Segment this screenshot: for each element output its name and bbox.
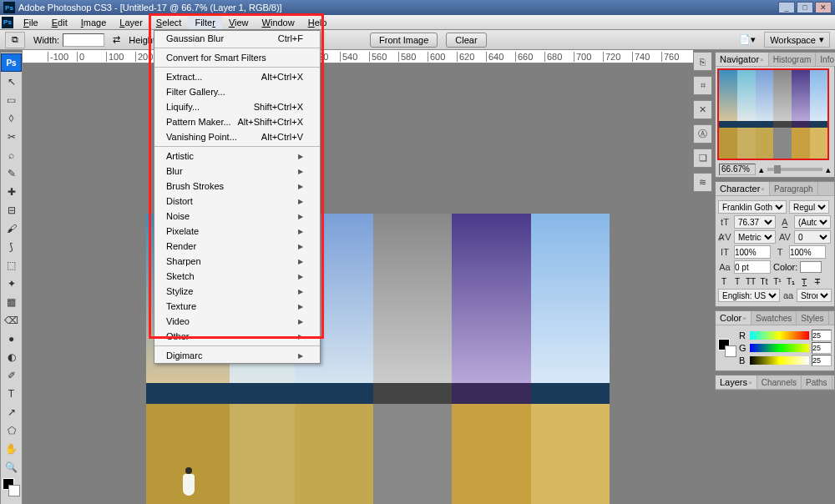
tool-1[interactable]: ▭ bbox=[1, 91, 22, 109]
zoom-in-icon[interactable]: ▴ bbox=[826, 164, 831, 175]
filter-blur[interactable]: Blur▶ bbox=[154, 164, 320, 179]
allcaps-button[interactable]: TT bbox=[745, 275, 757, 287]
dock-icon-2[interactable]: ✕ bbox=[693, 100, 712, 119]
strike-button[interactable]: T̶ bbox=[812, 275, 823, 287]
menu-window[interactable]: Window bbox=[256, 16, 301, 29]
tool-16[interactable]: ✐ bbox=[1, 366, 22, 385]
superscript-button[interactable]: T¹ bbox=[772, 275, 783, 287]
tool-11[interactable]: ✦ bbox=[1, 275, 22, 293]
tab-channels[interactable]: Channels bbox=[757, 375, 802, 389]
italic-button[interactable]: T bbox=[731, 275, 743, 287]
tool-13[interactable]: ⌫ bbox=[1, 311, 22, 330]
width-input[interactable] bbox=[63, 33, 104, 47]
color-swatches[interactable] bbox=[718, 339, 736, 357]
filter-vanishing-point-[interactable]: Vanishing Point...Alt+Ctrl+V bbox=[154, 129, 320, 144]
tool-3[interactable]: ✂ bbox=[1, 128, 22, 146]
tool-5[interactable]: ✎ bbox=[1, 164, 22, 183]
zoom-out-icon[interactable]: ▴ bbox=[759, 164, 764, 175]
filter-artistic[interactable]: Artistic▶ bbox=[154, 149, 320, 164]
tool-12[interactable]: ▦ bbox=[1, 293, 22, 311]
crop-tool-icon[interactable]: ⧉ bbox=[5, 32, 25, 48]
leading-input[interactable]: (Auto) bbox=[794, 215, 831, 229]
doc-icon[interactable]: Ps bbox=[2, 17, 13, 28]
tracking-input[interactable]: 0 bbox=[794, 230, 831, 244]
workspace-switcher[interactable]: Workspace ▾ bbox=[764, 32, 830, 48]
filter-filter-gallery-[interactable]: Filter Gallery... bbox=[154, 84, 320, 99]
filter-texture[interactable]: Texture▶ bbox=[154, 299, 320, 314]
tab-styles[interactable]: Styles bbox=[797, 311, 828, 325]
g-value[interactable] bbox=[812, 342, 832, 354]
menu-help[interactable]: Help bbox=[301, 16, 334, 29]
tool-19[interactable]: ⬠ bbox=[1, 421, 22, 440]
clear-button[interactable]: Clear bbox=[446, 33, 486, 48]
filter-other[interactable]: Other▶ bbox=[154, 329, 320, 344]
filter-smart[interactable]: Convert for Smart Filters bbox=[154, 50, 320, 65]
dock-icon-0[interactable]: ⎘ bbox=[693, 52, 712, 71]
font-size-input[interactable]: 76.37 pt bbox=[734, 215, 776, 229]
zoom-value[interactable]: 66.67% bbox=[719, 164, 756, 175]
filter-video[interactable]: Video▶ bbox=[154, 314, 320, 329]
menu-edit[interactable]: Edit bbox=[45, 16, 74, 29]
filter-pattern-maker-[interactable]: Pattern Maker...Alt+Shift+Ctrl+X bbox=[154, 114, 320, 129]
tool-0[interactable]: ↖ bbox=[1, 73, 22, 91]
tool-17[interactable]: T bbox=[1, 385, 22, 403]
close-button[interactable]: ✕ bbox=[815, 2, 832, 13]
tab-paragraph[interactable]: Paragraph bbox=[770, 182, 818, 195]
filter-liquify-[interactable]: Liquify...Shift+Ctrl+X bbox=[154, 99, 320, 114]
tool-10[interactable]: ⬚ bbox=[1, 256, 22, 275]
font-family-select[interactable]: Franklin Gothic D... bbox=[718, 200, 787, 214]
tool-20[interactable]: ✋ bbox=[1, 440, 22, 458]
bold-button[interactable]: T bbox=[718, 275, 730, 287]
tab-layers[interactable]: Layers× bbox=[716, 375, 757, 389]
tool-18[interactable]: ↗ bbox=[1, 403, 22, 421]
canvas-area[interactable] bbox=[23, 63, 693, 504]
navigator-thumbnail[interactable] bbox=[717, 68, 829, 160]
hscale-input[interactable] bbox=[789, 245, 826, 259]
tab-swatches[interactable]: Swatches bbox=[752, 311, 797, 325]
menu-filter[interactable]: Filter bbox=[188, 16, 221, 29]
tab-color[interactable]: Color× bbox=[716, 311, 752, 325]
menu-select[interactable]: Select bbox=[149, 16, 189, 29]
filter-digimarc[interactable]: Digimarc▶ bbox=[154, 348, 320, 363]
subscript-button[interactable]: T₁ bbox=[785, 275, 797, 287]
toolbox-header[interactable]: Ps bbox=[1, 53, 22, 72]
menu-image[interactable]: Image bbox=[74, 16, 114, 29]
r-value[interactable] bbox=[812, 330, 832, 341]
tool-14[interactable]: ● bbox=[1, 330, 22, 348]
zoom-slider[interactable] bbox=[767, 168, 822, 171]
quickmask-icon[interactable]: ◙ bbox=[1, 498, 22, 504]
filter-extract-[interactable]: Extract...Alt+Ctrl+X bbox=[154, 69, 320, 84]
filter-last[interactable]: Gaussian BlurCtrl+F bbox=[154, 31, 320, 46]
front-image-button[interactable]: Front Image bbox=[370, 33, 438, 48]
dock-icon-5[interactable]: ≋ bbox=[693, 173, 712, 192]
b-value[interactable] bbox=[812, 355, 832, 366]
baseline-input[interactable] bbox=[734, 260, 771, 274]
tool-7[interactable]: ⊟ bbox=[1, 201, 22, 219]
vscale-input[interactable] bbox=[734, 245, 771, 259]
color-swatch[interactable] bbox=[1, 476, 22, 498]
filter-stylize[interactable]: Stylize▶ bbox=[154, 284, 320, 299]
maximize-button[interactable]: □ bbox=[797, 2, 813, 13]
tool-8[interactable]: 🖌 bbox=[1, 219, 22, 238]
smallcaps-button[interactable]: Tt bbox=[758, 275, 770, 287]
g-slider[interactable] bbox=[750, 344, 809, 352]
go-online-icon[interactable]: 📄▾ bbox=[739, 34, 756, 45]
font-style-select[interactable]: Regular bbox=[789, 200, 829, 214]
filter-render[interactable]: Render▶ bbox=[154, 239, 320, 254]
text-color-swatch[interactable] bbox=[800, 261, 822, 273]
b-slider[interactable] bbox=[750, 356, 809, 365]
underline-button[interactable]: T̲ bbox=[798, 275, 810, 287]
tool-15[interactable]: ◐ bbox=[1, 348, 22, 366]
dock-icon-1[interactable]: ⌗ bbox=[693, 76, 712, 95]
filter-noise[interactable]: Noise▶ bbox=[154, 209, 320, 224]
filter-distort[interactable]: Distort▶ bbox=[154, 194, 320, 209]
tool-4[interactable]: ⌕ bbox=[1, 146, 22, 164]
language-select[interactable]: English: USA bbox=[718, 289, 780, 302]
kerning-select[interactable]: Metrics bbox=[734, 230, 776, 244]
tab-character[interactable]: Character× bbox=[716, 182, 770, 195]
filter-sketch[interactable]: Sketch▶ bbox=[154, 269, 320, 284]
tool-21[interactable]: 🔍 bbox=[1, 458, 22, 476]
minimize-button[interactable]: _ bbox=[778, 2, 795, 13]
swap-icon[interactable]: ⇄ bbox=[113, 34, 120, 45]
tool-6[interactable]: ✚ bbox=[1, 183, 22, 201]
